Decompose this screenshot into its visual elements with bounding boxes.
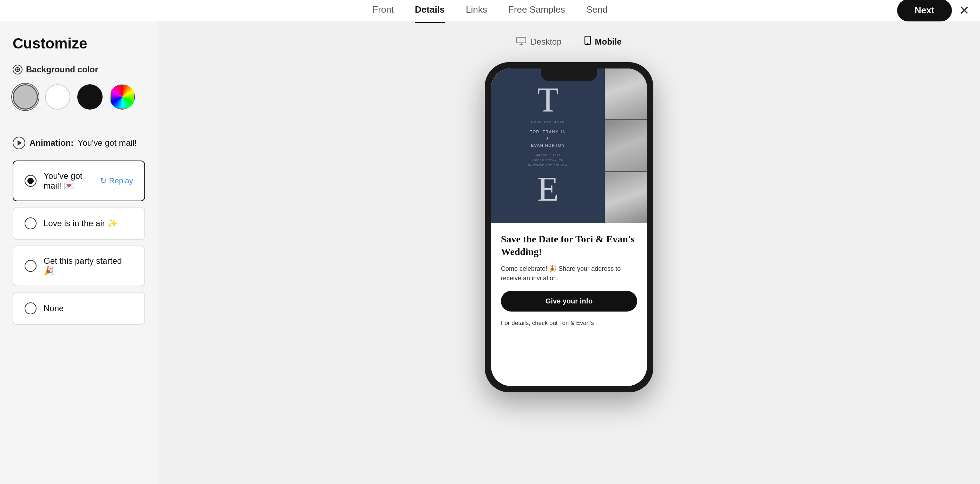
right-panel: Desktop Mobile xyxy=(158,21,980,484)
option-left-4: None xyxy=(25,302,64,314)
swatch-rainbow[interactable] xyxy=(110,84,135,110)
swatch-white[interactable] xyxy=(45,84,70,110)
option-left-1: You've got mail! 💌 xyxy=(25,171,100,191)
play-icon[interactable] xyxy=(13,137,25,149)
phone-notch xyxy=(541,68,597,81)
desktop-icon xyxy=(516,36,526,47)
card-right xyxy=(605,68,647,223)
card-photo-1 xyxy=(605,68,647,119)
card-left: T SAVE THE DATE TORI FRANKLIN & EVAN NOR… xyxy=(491,68,605,223)
left-panel: Customize Background color Animation: xyxy=(0,21,158,484)
card-name2: EVAN NORTON xyxy=(530,142,566,149)
divider-1 xyxy=(13,124,145,124)
phone-frame: T SAVE THE DATE TORI FRANKLIN & EVAN NOR… xyxy=(485,62,653,392)
svg-rect-2 xyxy=(517,37,526,43)
option-text-none: None xyxy=(43,304,64,313)
replay-label: Replay xyxy=(109,176,133,185)
bg-color-section: Background color xyxy=(13,65,145,75)
desktop-view-label: Desktop xyxy=(530,37,561,47)
option-left-2: Love is in the air ✨ xyxy=(25,217,118,229)
mobile-view-btn[interactable]: Mobile xyxy=(573,32,633,52)
tab-free-samples[interactable]: Free Samples xyxy=(508,4,565,16)
radio-loveInAir xyxy=(25,217,37,229)
phone-heading: Save the Date for Tori & Evan's Wedding! xyxy=(501,233,637,258)
radio-youveGotMail xyxy=(25,175,37,187)
nav-right: Next ✕ xyxy=(897,0,969,21)
card-names: TORI FRANKLIN & EVAN NORTON xyxy=(530,129,566,149)
close-button[interactable]: ✕ xyxy=(959,4,969,17)
radio-none xyxy=(25,302,37,314)
swatch-gray[interactable] xyxy=(13,84,38,110)
animation-value: You've got mail! xyxy=(78,138,137,148)
top-nav: Front Details Links Free Samples Send Ne… xyxy=(0,0,980,21)
animation-option-getPartyStarted[interactable]: Get this party started 🎉 xyxy=(13,245,145,286)
desktop-view-btn[interactable]: Desktop xyxy=(505,32,573,51)
animation-option-youveGotMail[interactable]: You've got mail! 💌 ↻ Replay xyxy=(13,161,145,201)
card-follow: INVITATION TO FOLLOW xyxy=(528,163,568,168)
nav-tabs: Front Details Links Free Samples Send xyxy=(372,4,607,16)
option-text-getPartyStarted: Get this party started 🎉 xyxy=(43,256,133,276)
tab-send[interactable]: Send xyxy=(586,4,608,16)
phone-subtext: Come celebrate! 🎉 Share your address to … xyxy=(501,264,637,283)
tab-links[interactable]: Links xyxy=(466,4,487,16)
phone-container: T SAVE THE DATE TORI FRANKLIN & EVAN NOR… xyxy=(485,62,653,484)
card-ampersand: & xyxy=(530,135,566,143)
swatch-black[interactable] xyxy=(77,84,103,110)
animation-option-none[interactable]: None xyxy=(13,292,145,325)
card-inner: T SAVE THE DATE TORI FRANKLIN & EVAN NOR… xyxy=(491,68,647,223)
option-text-loveInAir: Love is in the air ✨ xyxy=(43,218,118,228)
animation-row: Animation: You've got mail! xyxy=(13,137,145,149)
animation-options: You've got mail! 💌 ↻ Replay Love is in t… xyxy=(13,161,145,325)
animation-option-loveInAir[interactable]: Love is in the air ✨ xyxy=(13,207,145,240)
card-location: GEORGETOWN, TN xyxy=(528,158,568,163)
next-button[interactable]: Next xyxy=(897,0,952,21)
mobile-view-label: Mobile xyxy=(595,37,622,47)
card-big-letter-bottom: E xyxy=(537,171,558,207)
phone-screen: T SAVE THE DATE TORI FRANKLIN & EVAN NOR… xyxy=(491,68,647,386)
card-photo-2 xyxy=(605,120,647,171)
color-swatches xyxy=(13,84,145,110)
card-big-letter-top: T xyxy=(537,82,558,117)
card-save-date: SAVE THE DATE xyxy=(531,120,565,124)
bg-color-label: Background color xyxy=(26,65,98,75)
view-toggle: Desktop Mobile xyxy=(505,32,633,52)
option-text-youveGotMail: You've got mail! 💌 xyxy=(43,171,100,191)
card-name1: TORI FRANKLIN xyxy=(530,129,566,135)
card-photo-3 xyxy=(605,172,647,223)
replay-icon: ↻ xyxy=(100,176,107,185)
bg-color-icon xyxy=(13,65,22,75)
option-left-3: Get this party started 🎉 xyxy=(25,256,133,276)
tab-details[interactable]: Details xyxy=(415,4,445,16)
mobile-icon xyxy=(584,36,591,48)
give-info-button[interactable]: Give your info xyxy=(501,291,637,312)
radio-getPartyStarted xyxy=(25,260,37,272)
phone-content: Save the Date for Tori & Evan's Wedding!… xyxy=(491,223,647,334)
play-triangle-shape xyxy=(18,140,22,146)
animation-label: Animation: xyxy=(30,138,73,148)
phone-footer-text: For details, check out Tori & Evan's xyxy=(501,318,637,328)
card-preview: T SAVE THE DATE TORI FRANKLIN & EVAN NOR… xyxy=(491,68,647,223)
main-layout: Customize Background color Animation: xyxy=(0,21,980,484)
radio-inner-youveGotMail xyxy=(27,178,34,184)
card-info: MARCH 8, 2026 GEORGETOWN, TN INVITATION … xyxy=(528,153,568,168)
svg-point-1 xyxy=(16,68,19,71)
tab-front[interactable]: Front xyxy=(372,4,394,16)
customize-title: Customize xyxy=(13,35,145,52)
replay-button[interactable]: ↻ Replay xyxy=(100,176,133,185)
card-date: MARCH 8, 2026 xyxy=(528,153,568,158)
